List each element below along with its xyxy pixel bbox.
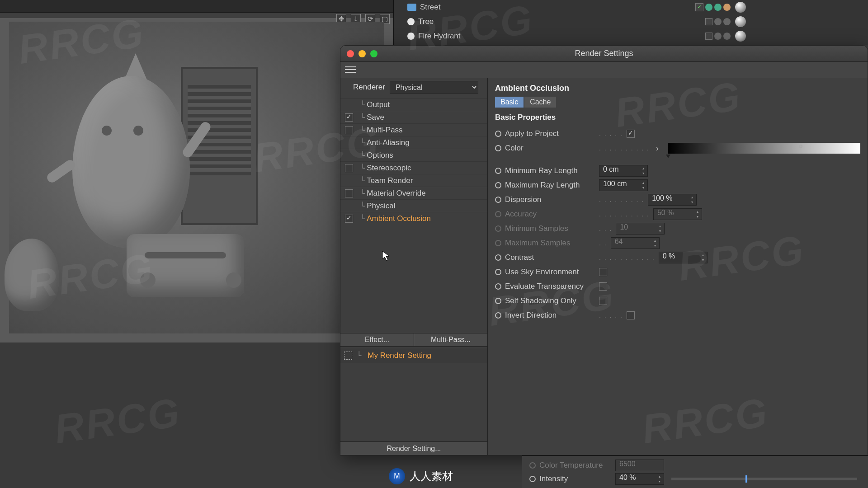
tree-options[interactable]: └Options xyxy=(340,149,487,161)
intensity-slider[interactable] xyxy=(671,478,857,480)
reset-icon xyxy=(495,211,501,217)
selfshadow-checkbox[interactable] xyxy=(599,297,607,305)
prop-max-samples: Maximum Samples . . 64▴▾ xyxy=(495,236,860,250)
layer-checkbox[interactable] xyxy=(695,3,703,11)
tree-team[interactable]: └Team Render xyxy=(340,174,487,187)
reset-icon xyxy=(495,240,501,246)
effect-button-row: Effect... Multi-Pass... xyxy=(340,333,487,347)
vis-render-dot[interactable] xyxy=(723,33,731,40)
reset-icon[interactable] xyxy=(495,312,501,319)
gradient-handle[interactable] xyxy=(799,145,802,148)
tab-cache[interactable]: Cache xyxy=(524,97,556,108)
tree-matoverride[interactable]: └Material Override xyxy=(340,187,487,199)
min-samples-field: 10▴▾ xyxy=(616,223,665,235)
reset-icon[interactable] xyxy=(495,254,501,261)
tree-ambient-occlusion[interactable]: └Ambient Occlusion xyxy=(340,212,487,225)
multipass-checkbox[interactable] xyxy=(345,126,353,134)
stereo-checkbox[interactable] xyxy=(345,164,353,172)
vis-editor-dot[interactable] xyxy=(705,4,712,11)
reset-icon xyxy=(529,462,536,469)
tree-multipass[interactable]: └Multi-Pass xyxy=(340,123,487,136)
tree-output[interactable]: └Output xyxy=(340,98,487,111)
effect-button[interactable]: Effect... xyxy=(340,333,414,346)
basic-properties-header: Basic Properties xyxy=(495,113,860,122)
reset-icon[interactable] xyxy=(495,131,501,137)
vis-render-dot[interactable] xyxy=(723,18,731,25)
vis-editor-dot[interactable] xyxy=(714,33,722,40)
render-preset-row[interactable]: └ My Render Setting xyxy=(340,348,487,363)
preset-icon xyxy=(344,352,352,360)
tree-save[interactable]: └Save xyxy=(340,111,487,123)
material-tag[interactable] xyxy=(735,2,746,13)
tree-physical[interactable]: └Physical xyxy=(340,199,487,212)
color-temp-field: 6500 xyxy=(615,460,664,471)
attribute-panel: Color Temperature 6500 Intensity 40 %▴▾ xyxy=(522,455,868,488)
logo-text: 人人素材 xyxy=(410,469,453,483)
ao-checkbox[interactable] xyxy=(345,215,353,223)
viewport[interactable]: Default Camera ✥ ⤓ ⟳ ▢ xyxy=(0,13,393,343)
render-left-panel: Renderer Physical └Output └Save └Multi-P… xyxy=(340,78,488,455)
matoverride-checkbox[interactable] xyxy=(345,189,353,197)
light-icon xyxy=(407,33,415,40)
tree-antialias[interactable]: └Anti-Aliasing xyxy=(340,136,487,149)
prop-invert-direction: Invert Direction . . . . . xyxy=(495,308,860,323)
transparency-checkbox[interactable] xyxy=(599,282,607,291)
render-right-panel: Ambient Occlusion Basic Cache Basic Prop… xyxy=(488,78,868,455)
prop-max-ray: Maximum Ray Length 100 cm▴▾ xyxy=(495,178,860,192)
max-samples-field: 64▴▾ xyxy=(611,237,660,249)
vis-editor-dot[interactable] xyxy=(714,18,722,25)
reset-icon[interactable] xyxy=(495,298,501,304)
material-tag[interactable] xyxy=(735,16,746,27)
contrast-field[interactable]: 0 %▴▾ xyxy=(659,252,708,263)
object-row-hydrant[interactable]: Fire Hydrant xyxy=(394,29,868,43)
chevron-right-icon[interactable]: › xyxy=(656,144,659,153)
object-row-street[interactable]: Street xyxy=(394,0,868,14)
prop-eval-transparency: Evaluate Transparency xyxy=(495,279,860,294)
vis-render-dot[interactable] xyxy=(714,4,722,11)
reset-icon[interactable] xyxy=(495,197,501,203)
max-ray-field[interactable]: 100 cm▴▾ xyxy=(599,179,648,191)
prop-color-temp: Color Temperature 6500 xyxy=(529,459,861,472)
object-label: Fire Hydrant xyxy=(418,32,461,41)
tab-basic[interactable]: Basic xyxy=(495,97,524,108)
reset-icon xyxy=(495,225,501,232)
object-row-tree[interactable]: Tree xyxy=(394,14,868,29)
renderer-select[interactable]: Physical xyxy=(390,81,478,94)
layer-checkbox[interactable] xyxy=(705,33,712,40)
window-title: Render Settings xyxy=(340,49,868,58)
renderer-label: Renderer xyxy=(353,83,385,92)
logo-icon: M xyxy=(389,468,405,484)
hamburger-icon[interactable] xyxy=(345,65,356,75)
apply-checkbox[interactable] xyxy=(627,130,635,138)
intensity-field[interactable]: 40 %▴▾ xyxy=(615,473,664,485)
reset-icon[interactable] xyxy=(495,145,501,151)
reset-icon[interactable] xyxy=(495,182,501,188)
preset-name: My Render Setting xyxy=(368,351,431,360)
color-gradient[interactable] xyxy=(668,143,860,154)
prop-accuracy: Accuracy . . . . . . . . . . 50 %▴▾ xyxy=(495,207,860,221)
reset-icon[interactable] xyxy=(529,476,536,482)
xpresso-dot[interactable] xyxy=(723,4,731,11)
mouse-cursor-icon xyxy=(382,251,390,262)
reset-icon[interactable] xyxy=(495,168,501,174)
reset-icon[interactable] xyxy=(495,283,501,290)
window-titlebar[interactable]: Render Settings xyxy=(340,46,868,62)
reset-icon[interactable] xyxy=(495,269,501,275)
render-settings-window: Render Settings Renderer Physical └Outpu… xyxy=(340,45,868,455)
min-ray-field[interactable]: 0 cm▴▾ xyxy=(599,165,648,177)
render-setting-button[interactable]: Render Setting... xyxy=(340,441,487,455)
layer-checkbox[interactable] xyxy=(705,18,712,25)
multipass-button[interactable]: Multi-Pass... xyxy=(414,333,487,346)
invert-checkbox[interactable] xyxy=(627,311,635,319)
light-icon xyxy=(407,18,415,25)
dispersion-field[interactable]: 100 %▴▾ xyxy=(648,194,697,206)
prop-apply-to-project: Apply to Project . . . . . xyxy=(495,127,860,141)
object-label: Tree xyxy=(418,17,434,26)
tree-stereo[interactable]: └Stereoscopic xyxy=(340,161,487,174)
prop-dispersion: Dispersion . . . . . . . . . 100 %▴▾ xyxy=(495,192,860,207)
gradient-stop-left[interactable] xyxy=(666,142,670,155)
sky-checkbox[interactable] xyxy=(599,268,607,276)
object-label: Street xyxy=(420,3,440,12)
material-tag[interactable] xyxy=(735,31,746,42)
save-checkbox[interactable] xyxy=(345,113,353,122)
